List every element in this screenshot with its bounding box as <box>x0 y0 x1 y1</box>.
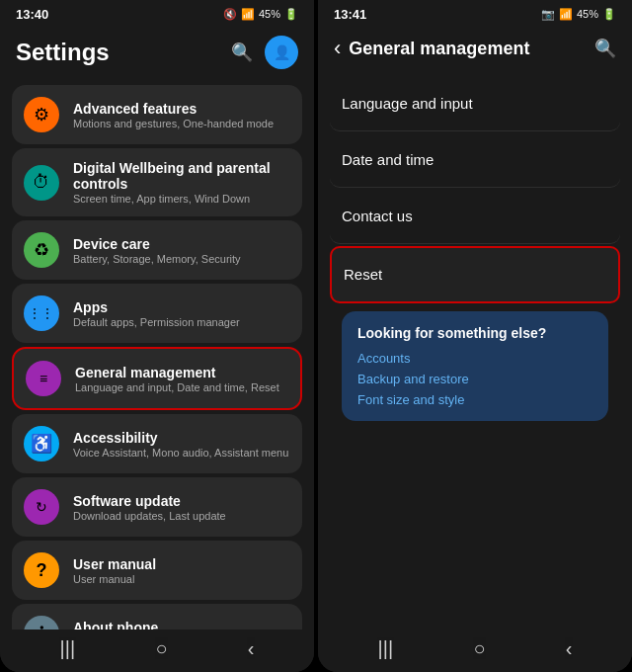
right-bottom-nav: ||| ○ ‹ <box>318 630 632 672</box>
avatar-icon: 👤 <box>274 44 290 60</box>
user-manual-icon: ? <box>24 552 59 588</box>
accessibility-text: Accessibility Voice Assistant, Mono audi… <box>73 430 288 459</box>
mute-icon: 🔇 <box>223 8 237 21</box>
user-manual-title: User manual <box>73 556 156 572</box>
general-management-text: General management Language and input, D… <box>75 365 279 393</box>
back-button[interactable]: ‹ <box>334 36 341 61</box>
settings-item-about-phone[interactable]: ℹ About phone Status, Legal information,… <box>12 604 302 630</box>
suggestion-card-title: Looking for something else? <box>357 325 592 341</box>
general-management-icon: ≡ <box>26 361 61 396</box>
right-settings-list: Language and input Date and time Contact… <box>318 73 632 630</box>
apps-text: Apps Default apps, Permission manager <box>73 299 240 328</box>
date-time-title: Date and time <box>342 151 434 168</box>
settings-item-digital-wellbeing[interactable]: ⏱ Digital Wellbeing and parental control… <box>12 148 302 216</box>
advanced-features-icon: ⚙ <box>24 97 59 132</box>
right-item-contact-us[interactable]: Contact us <box>330 190 620 244</box>
settings-item-accessibility[interactable]: ♿ Accessibility Voice Assistant, Mono au… <box>12 414 302 473</box>
digital-wellbeing-text: Digital Wellbeing and parental controls … <box>73 160 290 205</box>
camera-icon: 📷 <box>541 8 555 21</box>
settings-item-user-manual[interactable]: ? User manual User manual <box>12 541 302 600</box>
suggestion-card: Looking for something else? Accounts Bac… <box>342 311 608 421</box>
accessibility-icon: ♿ <box>24 426 59 462</box>
device-care-text: Device care Battery, Storage, Memory, Se… <box>73 236 241 265</box>
left-search-button[interactable]: 🔍 <box>231 42 253 63</box>
general-management-subtitle: Language and input, Date and time, Reset <box>75 381 279 393</box>
right-item-language-input[interactable]: Language and input <box>330 77 620 131</box>
software-update-icon: ↻ <box>24 489 59 525</box>
software-update-text: Software update Download updates, Last u… <box>73 493 226 522</box>
apps-subtitle: Default apps, Permission manager <box>73 316 240 328</box>
right-header: ‹ General management 🔍 <box>318 28 632 73</box>
software-update-subtitle: Download updates, Last update <box>73 510 226 522</box>
suggestion-backup-link[interactable]: Backup and restore <box>357 372 592 386</box>
reset-title: Reset <box>344 266 382 283</box>
right-signal-icon: 📶 <box>559 8 573 21</box>
settings-item-apps[interactable]: ⋮⋮ Apps Default apps, Permission manager <box>12 284 302 343</box>
left-avatar-button[interactable]: 👤 <box>265 36 298 69</box>
apps-title: Apps <box>73 299 240 315</box>
apps-icon: ⋮⋮ <box>24 295 59 331</box>
right-status-bar: 13:41 📷 📶 45% 🔋 <box>318 0 632 28</box>
accessibility-subtitle: Voice Assistant, Mono audio, Assistant m… <box>73 447 288 459</box>
suggestion-font-link[interactable]: Font size and style <box>357 392 592 407</box>
about-phone-text: About phone Status, Legal information, P… <box>73 620 261 630</box>
user-manual-subtitle: User manual <box>73 573 156 585</box>
left-header: Settings 🔍 👤 <box>0 28 314 81</box>
language-input-title: Language and input <box>342 95 473 112</box>
left-header-title: Settings <box>16 39 110 66</box>
contact-us-title: Contact us <box>342 208 413 224</box>
right-status-icons: 📷 📶 45% 🔋 <box>541 8 616 21</box>
accessibility-title: Accessibility <box>73 430 288 446</box>
left-panel: 13:40 🔇 📶 45% 🔋 Settings 🔍 👤 ⚙ Advanced … <box>0 0 314 672</box>
right-nav-recent[interactable]: ||| <box>378 637 394 660</box>
left-status-bar: 13:40 🔇 📶 45% 🔋 <box>0 0 314 28</box>
left-nav-back[interactable]: ‹ <box>248 637 255 660</box>
right-time: 13:41 <box>334 7 366 22</box>
about-phone-title: About phone <box>73 620 261 630</box>
battery-icon: 🔋 <box>284 8 298 21</box>
suggestion-accounts-link[interactable]: Accounts <box>357 351 592 366</box>
advanced-features-title: Advanced features <box>73 101 274 117</box>
divider <box>314 0 316 672</box>
digital-wellbeing-subtitle: Screen time, App timers, Wind Down <box>73 193 290 205</box>
right-battery-icon: 🔋 <box>602 8 616 21</box>
settings-list: ⚙ Advanced features Motions and gestures… <box>0 81 314 630</box>
right-battery-label: 45% <box>577 8 598 20</box>
left-nav-home[interactable]: ○ <box>155 637 167 660</box>
settings-item-software-update[interactable]: ↻ Software update Download updates, Last… <box>12 477 302 537</box>
device-care-title: Device care <box>73 236 241 252</box>
digital-wellbeing-title: Digital Wellbeing and parental controls <box>73 160 290 192</box>
software-update-title: Software update <box>73 493 226 509</box>
advanced-features-subtitle: Motions and gestures, One-handed mode <box>73 118 274 129</box>
user-manual-text: User manual User manual <box>73 556 156 585</box>
left-bottom-nav: ||| ○ ‹ <box>0 630 314 672</box>
right-header-title: General management <box>349 39 594 59</box>
left-time: 13:40 <box>16 7 48 22</box>
left-nav-recent[interactable]: ||| <box>60 637 76 660</box>
device-care-subtitle: Battery, Storage, Memory, Security <box>73 253 241 265</box>
digital-wellbeing-icon: ⏱ <box>24 165 59 201</box>
advanced-features-text: Advanced features Motions and gestures, … <box>73 101 274 129</box>
right-item-date-time[interactable]: Date and time <box>330 133 620 188</box>
right-search-button[interactable]: 🔍 <box>594 38 616 59</box>
settings-item-device-care[interactable]: ♻ Device care Battery, Storage, Memory, … <box>12 220 302 280</box>
right-nav-back[interactable]: ‹ <box>566 637 573 660</box>
settings-item-general-management[interactable]: ≡ General management Language and input,… <box>12 347 302 410</box>
device-care-icon: ♻ <box>24 232 59 268</box>
signal-icon: 📶 <box>241 8 255 21</box>
battery-label: 45% <box>259 8 280 20</box>
general-management-title: General management <box>75 365 279 380</box>
left-status-icons: 🔇 📶 45% 🔋 <box>223 8 298 21</box>
about-phone-icon: ℹ <box>24 616 59 630</box>
settings-item-advanced-features[interactable]: ⚙ Advanced features Motions and gestures… <box>12 85 302 144</box>
right-nav-home[interactable]: ○ <box>473 637 485 660</box>
right-item-reset[interactable]: Reset <box>330 246 620 303</box>
right-panel: 13:41 📷 📶 45% 🔋 ‹ General management 🔍 L… <box>318 0 632 672</box>
left-header-icons: 🔍 👤 <box>231 36 298 69</box>
